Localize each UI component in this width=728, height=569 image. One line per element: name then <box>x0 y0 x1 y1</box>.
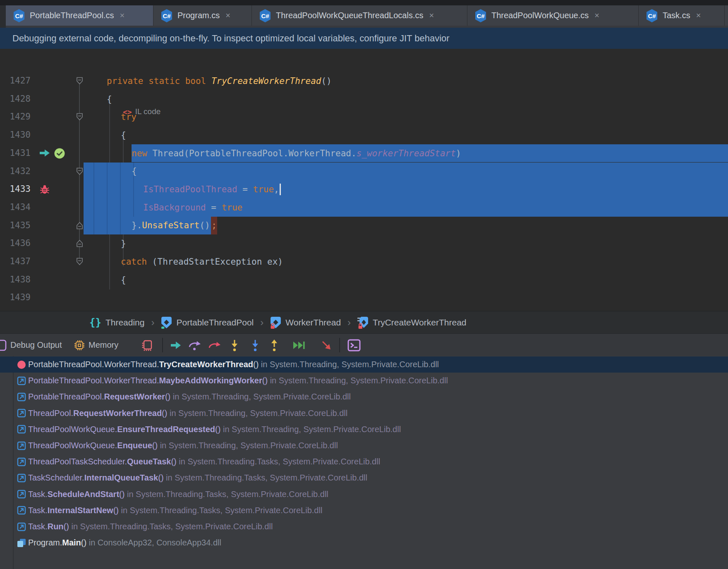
step-over[interactable] <box>187 334 203 356</box>
line-number: 1434 <box>6 198 31 217</box>
stack-frame-row[interactable]: PortableThreadPool.WorkerThread.MaybeAdd… <box>0 373 728 389</box>
frame-loc: in System.Threading, System.Private.Core… <box>259 360 439 369</box>
toolbar-tab-debug-output[interactable]: Debug Output <box>10 334 62 356</box>
stack-frame-text: TaskScheduler.InternalQueueTask() in Sys… <box>28 473 367 483</box>
force-step-into[interactable] <box>247 334 263 356</box>
code-line-1432: { <box>132 163 137 181</box>
fold-down-icon[interactable] <box>76 167 83 175</box>
tab-bar-left-pad <box>0 5 6 28</box>
tab-close-icon[interactable]: × <box>120 11 125 20</box>
frame-method: ScheduleAndStart <box>48 490 119 499</box>
tab-portablethreadpool-cs[interactable]: C#PortableThreadPool.cs× <box>6 5 153 26</box>
tab-threadpoolworkqueuethreadlocals-cs[interactable]: C#ThreadPoolWorkQueueThreadLocals.cs× <box>252 5 467 26</box>
line-number: 1427 <box>6 72 31 90</box>
line-number: 1439 <box>6 289 31 307</box>
stack-frame-text: PortableThreadPool.RequestWorker() in Sy… <box>28 392 351 402</box>
tab-program-cs[interactable]: C#Program.cs× <box>153 5 252 26</box>
fold-down-icon[interactable] <box>76 77 83 85</box>
breadcrumb-label: TryCreateWorkerThread <box>373 318 466 328</box>
stack-frame-text: ThreadPoolTaskScheduler.QueueTask() in S… <box>28 457 380 466</box>
selection-indent-guide <box>93 163 94 235</box>
show-execution-point[interactable] <box>168 334 184 356</box>
breadcrumb-item-workerthread[interactable]: WorkerThread <box>270 316 341 329</box>
frame-paren: () <box>113 506 119 515</box>
tab-task-cs[interactable]: C#Task.cs× <box>639 5 725 26</box>
force-run-to-cursor[interactable] <box>318 334 334 356</box>
fold-up-icon[interactable] <box>76 222 83 230</box>
frame-method: MaybeAddWorkingWorker <box>159 376 262 385</box>
tab-close-icon[interactable]: × <box>429 11 434 20</box>
breadcrumb-chevron-icon: › <box>260 317 263 328</box>
frame-paren: () <box>165 392 170 401</box>
execution-pointer-icon[interactable] <box>39 148 50 158</box>
code-token: { <box>121 275 126 285</box>
debug-toolbar: Debug OutputMemory <box>0 333 728 357</box>
frame-pre: TaskScheduler. <box>28 473 84 482</box>
decompile-banner-text: Debugging external code, decompiling on-… <box>12 33 450 44</box>
breadcrumb-item-trycreateworkerthread[interactable]: TryCreateWorkerThread <box>357 316 466 329</box>
frame-method: Main <box>62 538 81 547</box>
stack-frame-row[interactable]: Program.Main() in ConsoleApp32, ConsoleA… <box>0 535 728 551</box>
window-top-strip <box>0 0 728 5</box>
tab-threadpool[interactable]: C#ThreadPool <box>725 5 728 26</box>
svg-text:C#: C# <box>15 12 23 19</box>
stack-frame-row[interactable]: Task.Run() in System.Threading.Tasks, Sy… <box>0 519 728 535</box>
selection-indent-guide <box>120 163 121 235</box>
stack-frame-row[interactable]: PortableThreadPool.WorkerThread.TryCreat… <box>0 356 728 373</box>
tab-label: ThreadPoolWorkQueueThreadLocals.cs <box>276 11 423 20</box>
frame-method: Run <box>48 522 64 531</box>
frame-paren: () <box>119 490 125 499</box>
tab-close-icon[interactable]: × <box>594 11 599 20</box>
verified-breakpoint-icon[interactable] <box>54 148 65 159</box>
breadcrumb-chevron-icon: › <box>347 317 351 328</box>
frame-method: InternalQueueTask <box>84 473 158 482</box>
frame-method: TryCreateWorkerThread <box>159 360 253 369</box>
restart-frames-icon[interactable] <box>141 334 153 356</box>
frame-paren: () <box>158 473 163 482</box>
line-number: 1432 <box>6 163 31 181</box>
tab-threadpoolworkqueue-cs[interactable]: C#ThreadPoolWorkQueue.cs× <box>467 5 639 26</box>
stack-frame-row[interactable]: TaskScheduler.InternalQueueTask() in Sys… <box>0 470 728 486</box>
code-line-1428: { <box>107 90 112 108</box>
breadcrumb-chevron-icon: › <box>151 317 154 328</box>
stack-frame-row[interactable]: PortableThreadPool.RequestWorker() in Sy… <box>0 389 728 405</box>
code-token <box>180 76 185 86</box>
line-number: 1433 <box>6 180 31 198</box>
frame-paren: () <box>81 538 86 547</box>
code-token: s_workerThreadStart <box>357 148 456 158</box>
breadcrumb-item-portablethreadpool[interactable]: PortableThreadPool <box>161 316 254 329</box>
line-number: 1436 <box>6 234 31 253</box>
run-to-cursor[interactable] <box>291 334 307 356</box>
stack-frame-row[interactable]: ThreadPoolTaskScheduler.QueueTask() in S… <box>0 454 728 470</box>
line-number: 1428 <box>6 90 31 108</box>
stack-frame-row[interactable]: ThreadPoolWorkQueue.Enqueue() in System.… <box>0 438 728 454</box>
stack-frame-row[interactable]: Task.InternalStartNew() in System.Thread… <box>0 502 728 519</box>
tab-close-icon[interactable]: × <box>696 11 701 20</box>
stack-frame-row[interactable]: Task.ScheduleAndStart() in System.Thread… <box>0 486 728 502</box>
stack-frame-text: PortableThreadPool.WorkerThread.MaybeAdd… <box>28 376 448 385</box>
csharp-file-icon: C# <box>645 9 659 23</box>
frame-method: Enqueue <box>117 441 152 450</box>
tab-close-icon[interactable]: × <box>225 11 230 20</box>
breakpoint-bug-icon[interactable] <box>39 184 50 195</box>
frame-loc: in System.Threading, System.Private.Core… <box>268 376 448 385</box>
frame-pre: ThreadPool. <box>28 409 73 418</box>
stack-frame-row[interactable]: ThreadPoolWorkQueue.EnsureThreadRequeste… <box>0 421 728 438</box>
frame-pre: Program. <box>28 538 62 547</box>
step-out[interactable] <box>266 334 282 356</box>
toolbar-separator <box>162 338 163 352</box>
fold-down-icon[interactable] <box>76 113 83 121</box>
fold-down-icon[interactable] <box>76 258 83 265</box>
force-step-over[interactable] <box>207 334 223 356</box>
evaluate-console[interactable] <box>347 334 362 356</box>
breadcrumb-item-threading[interactable]: {}Threading <box>89 317 144 328</box>
breadcrumb-label: Threading <box>105 318 145 328</box>
frame-method: RequestWorkerThread <box>73 409 162 418</box>
step-into[interactable] <box>227 334 242 356</box>
fold-up-icon[interactable] <box>76 239 83 247</box>
toolbar-tab-memory[interactable]: Memory <box>89 334 118 356</box>
stack-frame-row[interactable]: ThreadPool.RequestWorkerThread() in Syst… <box>0 405 728 421</box>
code-editor[interactable]: <> IL code 1427private static bool TryCr… <box>0 49 728 311</box>
line-number: 1438 <box>6 271 31 289</box>
toolbar-tab-label: Debug Output <box>10 340 62 350</box>
